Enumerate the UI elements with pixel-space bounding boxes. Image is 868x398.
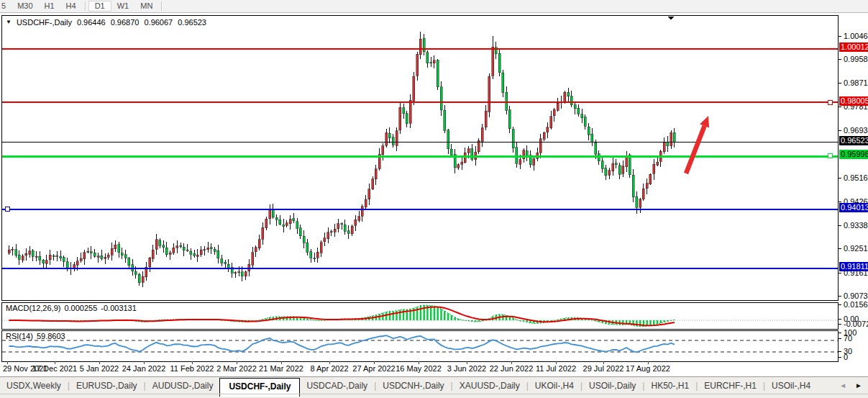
ohlc-open: 0.96446 bbox=[77, 18, 106, 27]
price-tick-mark bbox=[839, 178, 841, 178]
timeframe-button-w1[interactable]: W1 bbox=[111, 1, 135, 12]
date-label: 17 Dec 2021 bbox=[32, 364, 77, 373]
price-tick-label: 0.90735 bbox=[844, 291, 868, 300]
price-tick-mark bbox=[839, 59, 841, 60]
current-price-badge: 0.96523 bbox=[839, 136, 868, 145]
rsi-chart bbox=[2, 331, 838, 361]
macd-main-value: 0.000255 bbox=[64, 304, 97, 312]
price-tick-label: 0.99585 bbox=[844, 55, 868, 63]
macd-tick-mark bbox=[839, 304, 841, 305]
toolbar-separator bbox=[161, 1, 162, 11]
chart-tab-eurusd-daily[interactable]: EURUSD-,Daily bbox=[70, 378, 144, 394]
line-drag-handle[interactable] bbox=[828, 100, 832, 104]
candlestick-chart bbox=[2, 16, 838, 300]
date-label: 17 Aug 2022 bbox=[626, 364, 670, 373]
date-label: 11 Feb 2022 bbox=[170, 364, 214, 373]
rsi-tick-mark bbox=[839, 338, 841, 339]
price-tick-mark bbox=[839, 130, 841, 131]
chart-tab-hk50-h1[interactable]: HK50-,H1 bbox=[644, 378, 695, 394]
chart-title: ▼ USDCHF-,Daily 0.96446 0.96870 0.96067 … bbox=[6, 18, 206, 27]
rsi-line bbox=[9, 335, 675, 352]
timeframe-toolbar: 5M30H1H4D1W1MN bbox=[0, 0, 868, 13]
ohlc-high: 0.96870 bbox=[111, 18, 140, 27]
price-tick-label: 0.92510 bbox=[844, 244, 868, 253]
line-drag-handle[interactable] bbox=[5, 207, 9, 212]
price-level-badge: 0.91811 bbox=[839, 262, 868, 271]
horizontal-line-objects[interactable] bbox=[2, 48, 838, 269]
chart-tab-audusd-daily[interactable]: AUDUSD-,Daily bbox=[146, 378, 220, 394]
chart-tab-usdx-weekly[interactable]: USDX,Weekly bbox=[0, 378, 68, 394]
price-level-badge: 0.94013 bbox=[839, 203, 868, 212]
macd-name: MACD(12,26,9) bbox=[6, 304, 60, 312]
price-tick-mark bbox=[839, 83, 841, 83]
chart-tab-usdcnh-daily[interactable]: USDCNH-,Daily bbox=[376, 378, 450, 394]
timeframe-button-h4[interactable]: H4 bbox=[60, 1, 82, 12]
price-level-badge: 0.98005 bbox=[839, 96, 868, 106]
toolbar-separator bbox=[85, 1, 86, 11]
chart-shift-marker[interactable] bbox=[668, 17, 674, 20]
date-label: 11 Jul 2022 bbox=[536, 364, 576, 373]
rsi-tick-mark bbox=[839, 357, 841, 358]
price-tick-mark bbox=[839, 107, 841, 107]
timeframe-button-h1[interactable]: H1 bbox=[39, 1, 60, 12]
macd-signal-value: -0.003131 bbox=[101, 304, 137, 312]
ohlc-close: 0.96523 bbox=[178, 18, 206, 27]
date-label: 5 Jan 2022 bbox=[80, 364, 119, 373]
chart-tab-xauusd-daily[interactable]: XAUUSD-,Daily bbox=[453, 378, 526, 394]
price-tick-mark bbox=[839, 225, 841, 226]
chevron-down-icon[interactable]: ▼ bbox=[6, 19, 12, 25]
date-label: 27 Apr 2022 bbox=[352, 364, 395, 373]
date-label: 29 Jul 2022 bbox=[583, 364, 624, 373]
macd-tick-mark bbox=[839, 319, 841, 320]
chart-tab-usoil-h4[interactable]: USOil-,H4 bbox=[765, 378, 817, 394]
price-tick-label: 1.00460 bbox=[844, 32, 868, 40]
timeframe-button-m30[interactable]: M30 bbox=[12, 1, 38, 12]
price-level-badge: 0.95998 bbox=[839, 150, 868, 159]
rsi-label: RSI(14) 59.8603 bbox=[6, 332, 65, 340]
timeframe-button-5[interactable]: 5 bbox=[0, 1, 12, 12]
date-label: 8 Apr 2022 bbox=[310, 364, 348, 373]
date-label: 2 Mar 2022 bbox=[216, 364, 257, 373]
price-tick-label: 0.95160 bbox=[844, 173, 868, 182]
macd-axis-label: -0.0072595 bbox=[844, 320, 868, 328]
chart-tab-usoil-daily[interactable]: USOil-,Daily bbox=[583, 378, 642, 394]
price-tick-mark bbox=[839, 36, 841, 37]
chart-tab-usdcad-daily[interactable]: USDCAD-,Daily bbox=[300, 378, 374, 394]
chart-tab-ukoil-h4[interactable]: UKOil-,H4 bbox=[529, 378, 580, 394]
rsi-tick-mark bbox=[839, 351, 841, 352]
macd-tick-mark bbox=[839, 324, 841, 325]
price-tick-mark bbox=[839, 296, 841, 297]
trend-arrow[interactable] bbox=[686, 116, 709, 173]
price-tick-label: 0.96935 bbox=[844, 126, 868, 135]
rsi-panel bbox=[1, 330, 839, 362]
price-tick-label: 0.93385 bbox=[844, 221, 868, 230]
line-drag-handle[interactable] bbox=[828, 154, 832, 158]
timeframe-button-mn[interactable]: MN bbox=[134, 1, 158, 12]
macd-axis-label: 0.015654 bbox=[844, 300, 868, 309]
timeframe-button-d1[interactable]: D1 bbox=[88, 1, 111, 12]
rsi-axis-label: 70 bbox=[844, 334, 852, 343]
chart-tab-eurchf-h1[interactable]: EURCHF-,H1 bbox=[698, 378, 763, 394]
price-tick-label: 0.98710 bbox=[844, 78, 868, 87]
date-label: 16 May 2022 bbox=[396, 364, 442, 373]
price-level-badge: 1.00012 bbox=[839, 42, 868, 52]
candles bbox=[8, 32, 675, 287]
date-label: 21 Mar 2022 bbox=[259, 364, 303, 373]
rsi-axis-label: 0 bbox=[844, 353, 848, 361]
tabbar-underline bbox=[0, 394, 868, 394]
main-chart-panel[interactable] bbox=[1, 15, 839, 301]
chart-symbol-label: USDCHF-,Daily bbox=[17, 18, 72, 27]
price-tick-mark bbox=[839, 202, 841, 202]
rsi-tick-mark bbox=[839, 333, 841, 333]
date-label: 24 Jan 2022 bbox=[122, 364, 166, 373]
date-label: 22 Jun 2022 bbox=[490, 364, 534, 373]
rsi-name: RSI(14) bbox=[6, 332, 33, 340]
date-label: 3 Jun 2022 bbox=[447, 364, 486, 373]
macd-label: MACD(12,26,9) 0.000255 -0.003131 bbox=[6, 304, 137, 312]
current-price-line bbox=[2, 142, 838, 143]
price-tick-mark bbox=[839, 248, 841, 249]
rsi-value: 59.8603 bbox=[37, 332, 65, 340]
price-tick-mark bbox=[839, 273, 841, 273]
symbol-tabbar: USDX,Weekly|EURUSD-,Daily|AUDUSD-,DailyU… bbox=[0, 376, 868, 398]
ohlc-low: 0.96067 bbox=[144, 18, 173, 27]
